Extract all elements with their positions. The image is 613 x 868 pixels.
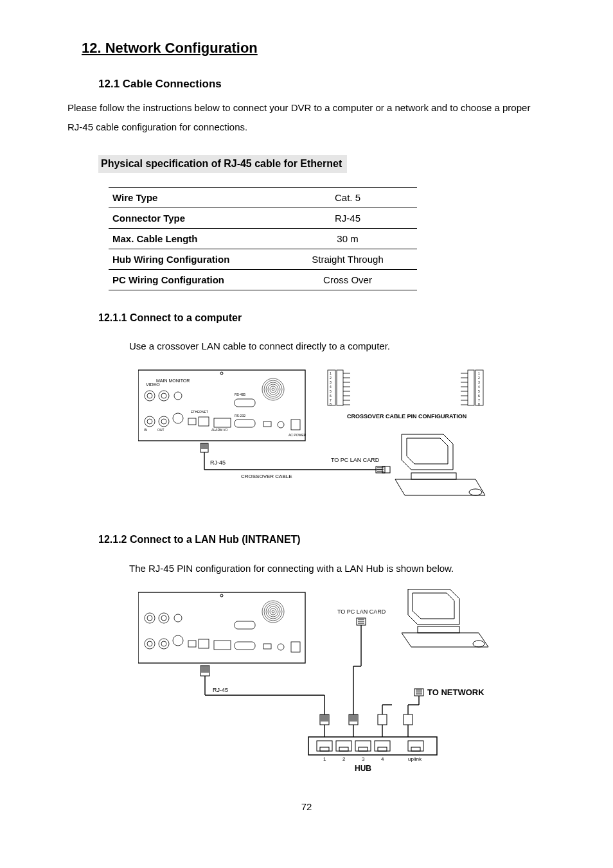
diagram-lanhub: RJ-45 TO PC LAN CARD TO NETWORK: [138, 589, 546, 775]
svg-rect-98: [263, 644, 271, 649]
hub-port-2: 2: [342, 756, 346, 762]
spec-value: Cat. 5: [278, 187, 417, 208]
svg-rect-93: [235, 621, 255, 629]
svg-text:1: 1: [478, 371, 480, 375]
svg-point-87: [159, 639, 169, 649]
svg-text:3: 3: [330, 380, 332, 384]
svg-rect-148: [404, 714, 413, 725]
svg-rect-19: [263, 421, 271, 427]
spec-value: RJ-45: [278, 208, 417, 228]
diagram-crossover: VIDEO MAIN MONITOR IN OUT ETHERNET RS-48…: [138, 367, 546, 508]
svg-rect-154: [317, 741, 332, 751]
svg-point-11: [174, 392, 182, 400]
spec-label: PC Wiring Configuration: [109, 269, 278, 290]
svg-point-89: [173, 635, 183, 646]
svg-text:1: 1: [330, 371, 332, 375]
svg-rect-74: [411, 473, 456, 479]
label-rs232: RS-232: [235, 414, 245, 418]
svg-text:6: 6: [330, 394, 332, 398]
to-network-label: TO NETWORK: [427, 687, 484, 697]
hub-uplink-label: uplink: [408, 756, 422, 762]
svg-point-8: [159, 416, 169, 427]
svg-rect-159: [359, 747, 368, 751]
section-title: 12. Network Configuration: [82, 39, 546, 58]
spec-heading: Physical specification of RJ-45 cable fo…: [98, 155, 347, 173]
rj45-plug-icon: [200, 443, 208, 470]
svg-point-84: [161, 616, 166, 621]
hub-icon: [308, 714, 437, 755]
svg-rect-79: [138, 592, 305, 663]
svg-point-83: [159, 613, 169, 623]
svg-text:8: 8: [478, 402, 480, 406]
spec-label: Hub Wiring Configuration: [109, 249, 278, 269]
svg-point-88: [161, 641, 166, 646]
spec-table: Wire Type Cat. 5 Connector Type RJ-45 Ma…: [109, 187, 417, 290]
svg-text:3: 3: [478, 380, 480, 384]
svg-point-90: [174, 614, 182, 622]
hub-label: HUB: [355, 764, 371, 773]
svg-rect-158: [355, 741, 371, 751]
svg-point-3: [147, 393, 152, 398]
label-ethernet: ETHERNET: [191, 410, 208, 414]
svg-point-25: [272, 388, 274, 391]
svg-point-9: [161, 419, 166, 424]
svg-rect-91: [199, 639, 209, 648]
svg-point-21: [264, 380, 282, 398]
label-main-monitor: MAIN MONITOR: [156, 378, 190, 383]
pin-config-label: CROSSOVER CABLE PIN CONFIGURATION: [347, 413, 466, 420]
label-alarm-io: ALARM I/O: [211, 428, 227, 432]
svg-rect-14: [235, 399, 255, 407]
spec-label: Wire Type: [109, 187, 278, 208]
svg-text:2: 2: [478, 376, 480, 380]
table-row: Connector Type RJ-45: [109, 208, 417, 228]
svg-rect-157: [339, 747, 348, 751]
svg-point-5: [161, 393, 166, 398]
svg-text:4: 4: [478, 385, 480, 389]
svg-point-85: [145, 639, 155, 649]
spec-label: Connector Type: [109, 208, 278, 228]
svg-rect-12: [199, 417, 209, 426]
svg-point-104: [272, 610, 274, 613]
computer-icon: [402, 589, 488, 647]
label-video: VIDEO: [146, 382, 160, 387]
svg-rect-156: [336, 741, 351, 751]
to-pc-lan-label-2: TO PC LAN CARD: [337, 608, 386, 615]
svg-point-97: [278, 644, 284, 650]
svg-rect-92: [188, 641, 196, 647]
svg-text:5: 5: [478, 389, 480, 393]
spec-value: Cross Over: [278, 269, 417, 290]
table-row: Wire Type Cat. 5: [109, 187, 417, 208]
table-row: Max. Cable Length 30 m: [109, 228, 417, 249]
svg-rect-163: [411, 747, 420, 751]
svg-rect-162: [408, 741, 423, 751]
svg-point-99: [262, 601, 284, 623]
to-pc-lan-label: TO PC LAN CARD: [331, 457, 380, 463]
svg-point-10: [173, 413, 183, 423]
svg-rect-155: [320, 747, 329, 751]
svg-rect-15: [235, 420, 255, 427]
svg-point-75: [469, 489, 482, 495]
svg-point-6: [145, 416, 155, 427]
svg-point-82: [147, 616, 152, 621]
svg-text:8: 8: [330, 402, 332, 406]
subsection-title: 12.1 Cable Connections: [98, 76, 546, 92]
svg-point-86: [147, 641, 152, 646]
intro-paragraph: Please follow the instructions below to …: [67, 98, 546, 137]
svg-point-81: [145, 613, 155, 623]
subsubsection-title: 12.1.1 Connect to a computer: [98, 311, 546, 325]
spec-label: Max. Cable Length: [109, 228, 278, 249]
label-in: IN: [144, 428, 147, 432]
svg-rect-96: [291, 642, 300, 652]
page-number: 72: [67, 800, 546, 813]
svg-point-7: [147, 419, 152, 424]
svg-rect-17: [291, 420, 300, 430]
svg-text:2: 2: [330, 376, 332, 380]
hub-port-1: 1: [323, 756, 326, 762]
crossover-cable-label: CROSSOVER CABLE: [241, 474, 292, 479]
svg-text:6: 6: [478, 394, 480, 398]
svg-rect-13: [188, 418, 196, 425]
svg-point-23: [268, 384, 278, 394]
svg-point-18: [278, 421, 284, 428]
svg-point-20: [262, 378, 284, 400]
label-rs485: RS-485: [235, 393, 245, 396]
